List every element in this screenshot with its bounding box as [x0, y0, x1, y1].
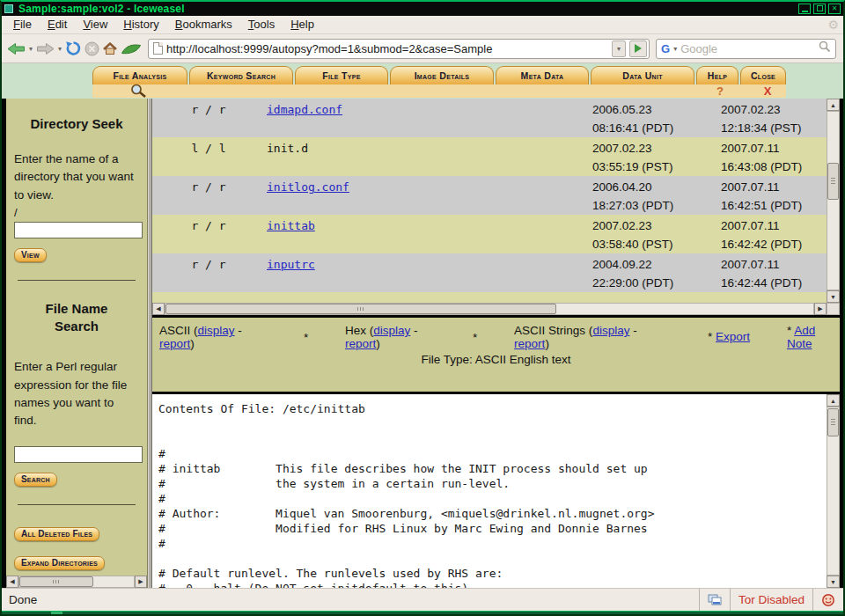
file-type-cell: r / r [152, 255, 265, 292]
menu-edit[interactable]: Edit [40, 17, 75, 33]
scroll-right-button[interactable]: ▶ [135, 576, 147, 588]
scroll-down-button[interactable]: ▼ [827, 290, 840, 303]
tab-help[interactable]: Help [696, 66, 738, 84]
engine-dropdown-icon[interactable]: ▾ [673, 45, 677, 53]
file-name-link[interactable]: inittab [267, 219, 315, 232]
sidebar-horizontal-scrollbar: ◀ ▶ [6, 576, 147, 588]
accessed-date-cell: 2007.07.11 16:42:42 (PDT) [703, 216, 827, 253]
file-name-regex-input[interactable] [14, 446, 143, 463]
scrollbar-track [827, 407, 840, 576]
file-name-link[interactable]: initlog.conf [267, 180, 349, 194]
help-question-icon[interactable]: ? [707, 84, 733, 98]
home-button[interactable] [102, 42, 118, 55]
export-link[interactable]: Export [716, 330, 750, 343]
view-button[interactable]: View [14, 248, 47, 262]
google-engine-icon[interactable]: G [661, 42, 670, 55]
tab-file-analysis[interactable]: File Analysis [92, 66, 187, 84]
search-bar[interactable]: G ▾ [656, 39, 836, 59]
menubar: File Edit View History Bookmarks Tools H… [2, 16, 843, 34]
written-date-cell: 2006.04.20 18:27:03 (PDT) [575, 178, 703, 215]
directory-input[interactable] [14, 222, 143, 238]
search-input[interactable] [680, 42, 816, 55]
menu-file[interactable]: File [5, 17, 40, 33]
scrollbar-thumb[interactable] [827, 408, 839, 436]
back-button[interactable] [7, 42, 26, 55]
scrollbar-track [18, 576, 135, 588]
iceweasel-leaf-icon [121, 43, 142, 55]
tab-image-details[interactable]: Image Details [390, 66, 494, 84]
search-button[interactable]: Search [14, 473, 57, 487]
window-title: Sample:sample:vol2 - Iceweasel [18, 3, 185, 15]
file-content-text: Contents Of File: /etc/inittab # # initt… [158, 401, 817, 588]
window-icon [4, 4, 13, 13]
forward-dropdown-icon[interactable]: ▾ [58, 45, 62, 53]
close-x-icon[interactable]: X [754, 84, 781, 98]
strings-display-link[interactable]: display [592, 324, 629, 337]
scroll-left-button[interactable]: ◀ [6, 576, 18, 588]
accessed-date-cell: 2007.07.11 16:43:08 (PDT) [703, 139, 827, 176]
hex-report-link[interactable]: report [345, 337, 376, 350]
menu-view[interactable]: View [75, 17, 115, 33]
tab-data-unit[interactable]: Data Unit [591, 66, 694, 84]
all-deleted-files-button[interactable]: All Deleted Files [14, 527, 99, 541]
menu-history[interactable]: History [115, 17, 166, 33]
strings-report-link[interactable]: report [514, 337, 545, 350]
scrollbar-thumb[interactable] [165, 304, 556, 314]
file-content-pane: Contents Of File: /etc/inittab # # initt… [152, 394, 840, 588]
close-window-button[interactable]: ✕ [828, 4, 841, 14]
menu-bookmarks[interactable]: Bookmarks [167, 17, 240, 33]
hex-display-link[interactable]: display [373, 324, 410, 337]
scroll-down-button[interactable]: ▼ [827, 576, 840, 588]
browser-window: Sample:sample:vol2 - Iceweasel ✕ File Ed… [0, 0, 845, 616]
ascii-view-group: ASCII (display - report) [159, 324, 267, 350]
tab-file-type[interactable]: File Type [295, 66, 388, 84]
directory-seek-title: Directory Seek [14, 116, 139, 131]
tor-status-text[interactable]: Tor Disabled [738, 593, 805, 606]
search-magnifier-icon[interactable] [819, 40, 831, 56]
root-path-label: / [14, 206, 139, 219]
tor-status-toggle[interactable]: Tor Disabled [730, 589, 812, 611]
expand-directories-button[interactable]: Expand Directories [14, 556, 105, 570]
accessed-date-cell: 2007.07.11 16:42:44 (PDT) [703, 255, 827, 292]
add-note-link[interactable]: Add Note [787, 324, 815, 350]
stop-button[interactable] [84, 41, 99, 56]
menu-help[interactable]: Help [283, 17, 322, 33]
file-name-search-description: Enter a Perl regular expression for the … [14, 358, 139, 429]
url-history-dropdown[interactable]: ▾ [612, 40, 626, 57]
scrollbar-thumb[interactable] [19, 576, 93, 587]
go-button[interactable] [629, 40, 647, 57]
accessed-date-cell: 2007.07.11 16:42:51 (PDT) [703, 178, 827, 215]
maximize-button[interactable] [813, 4, 826, 14]
file-type-cell: l / l [152, 139, 265, 176]
ascii-display-link[interactable]: display [198, 324, 235, 337]
file-name-link[interactable]: idmapd.conf [267, 103, 342, 116]
tab-keyword-search[interactable]: Keyword Search [189, 66, 293, 84]
status-text: Done [2, 593, 37, 606]
menu-tools[interactable]: Tools [240, 17, 283, 33]
forward-button[interactable] [36, 42, 55, 55]
scroll-up-button[interactable]: ▲ [827, 99, 840, 111]
written-date-cell: 2004.09.22 22:29:00 (PDT) [575, 255, 703, 292]
add-note-group: * Add Note [787, 324, 829, 350]
hex-view-group: Hex (display - report) [345, 324, 436, 350]
file-name-link[interactable]: inputrc [267, 258, 315, 271]
ascii-report-link[interactable]: report [159, 337, 190, 350]
frames-status-icon[interactable] [699, 589, 730, 611]
tab-close[interactable]: Close [740, 66, 786, 84]
smiley-status-icon[interactable] [812, 589, 843, 611]
reload-button[interactable] [65, 40, 82, 56]
frameset-area: Directory Seek Enter the name of a direc… [2, 99, 843, 588]
minimize-button[interactable] [798, 4, 811, 14]
file-name-link[interactable]: init.d [267, 142, 308, 155]
scroll-up-button[interactable]: ▲ [827, 394, 840, 407]
file-row: r / r initlog.conf 2006.04.20 18:27:03 (… [152, 176, 827, 215]
back-dropdown-icon[interactable]: ▾ [29, 45, 33, 53]
url-bar[interactable]: ▾ [148, 39, 650, 59]
scrollbar-thumb[interactable] [827, 163, 839, 200]
window-resize-edge[interactable] [2, 611, 843, 614]
url-input[interactable] [166, 42, 608, 55]
scroll-left-button[interactable]: ◀ [152, 303, 165, 315]
written-date-cell: 2006.05.23 08:16:41 (PDT) [575, 100, 703, 137]
tab-meta-data[interactable]: Meta Data [496, 66, 589, 84]
scroll-right-button[interactable]: ▶ [814, 303, 827, 315]
